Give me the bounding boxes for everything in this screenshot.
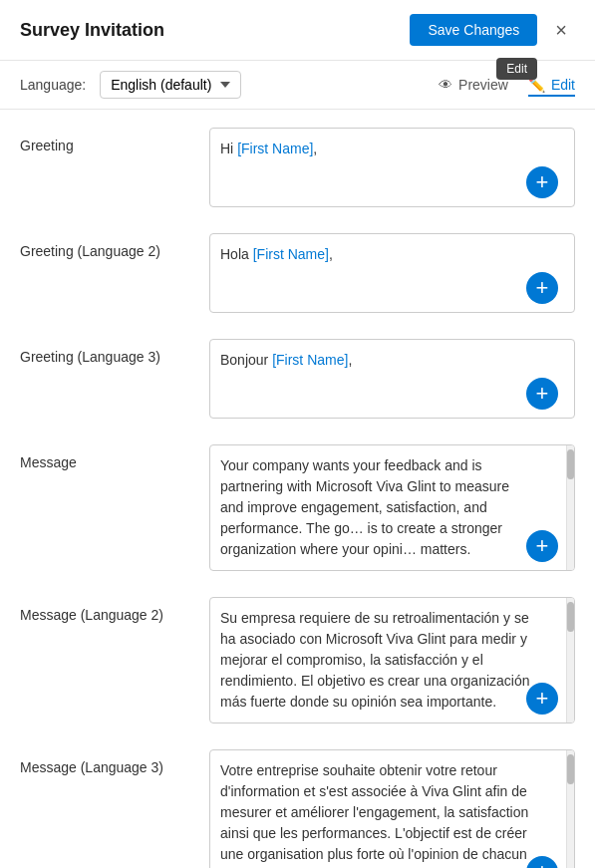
edit-tab-label: Edit: [551, 77, 575, 93]
field-label-greeting: Greeting: [20, 128, 209, 153]
field-row-message: MessageYour company wants your feedback …: [20, 436, 575, 571]
scroll-thumb-message[interactable]: [567, 449, 574, 479]
page-title: Survey Invitation: [20, 20, 164, 41]
field-row-greeting-lang3: Greeting (Language 3)Bonjour [First Name…: [20, 331, 575, 419]
eye-icon: 👁: [439, 77, 452, 93]
scroll-thumb-message-lang2[interactable]: [567, 602, 574, 632]
field-text-greeting-lang2: Hola [First Name],: [210, 234, 574, 275]
field-row-message-lang2: Message (Language 2)Su empresa requiere …: [20, 589, 575, 723]
field-text-greeting-lang3: Bonjour [First Name],: [210, 340, 574, 381]
header-actions: Save Changes × Edit: [410, 14, 575, 46]
field-label-greeting-lang2: Greeting (Language 2): [20, 233, 209, 259]
field-input-message[interactable]: Your company wants your feedback and is …: [209, 444, 575, 571]
scrollbar-message-lang2[interactable]: [566, 598, 574, 723]
content: GreetingHi [First Name],+Greeting (Langu…: [0, 110, 595, 868]
scrollbar-message[interactable]: [566, 445, 574, 570]
field-row-greeting: GreetingHi [First Name],+: [20, 120, 575, 207]
close-button[interactable]: ×: [547, 16, 575, 44]
highlight-greeting-lang2: [First Name]: [253, 246, 329, 262]
field-input-message-lang2[interactable]: Su empresa requiere de su retroalimentac…: [209, 597, 575, 723]
language-label: Language:: [20, 77, 86, 93]
field-label-message-lang2: Message (Language 2): [20, 597, 209, 623]
highlight-greeting-lang3: [First Name]: [272, 352, 348, 368]
save-button[interactable]: Save Changes: [410, 14, 537, 46]
add-button-greeting[interactable]: +: [526, 166, 558, 198]
edit-tooltip: Edit: [496, 58, 537, 80]
field-input-greeting-lang2[interactable]: Hola [First Name],+: [209, 233, 575, 313]
field-row-message-lang3: Message (Language 3)Votre entreprise sou…: [20, 741, 575, 868]
field-text-message-lang3: Votre entreprise souhaite obtenir votre …: [210, 750, 574, 868]
add-button-greeting-lang2[interactable]: +: [526, 272, 558, 304]
header: Survey Invitation Save Changes × Edit: [0, 0, 595, 61]
field-label-message: Message: [20, 444, 209, 470]
add-button-message-lang2[interactable]: +: [526, 683, 558, 715]
scrollbar-message-lang3[interactable]: [566, 750, 574, 868]
field-input-message-lang3[interactable]: Votre entreprise souhaite obtenir votre …: [209, 749, 575, 868]
field-row-greeting-lang2: Greeting (Language 2)Hola [First Name],+: [20, 225, 575, 313]
scroll-thumb-message-lang3[interactable]: [567, 754, 574, 784]
add-button-greeting-lang3[interactable]: +: [526, 378, 558, 410]
language-select[interactable]: English (default): [100, 71, 241, 99]
field-input-greeting[interactable]: Hi [First Name],+: [209, 128, 575, 207]
add-button-message[interactable]: +: [526, 530, 558, 562]
language-row: Language: English (default): [20, 71, 241, 99]
field-label-greeting-lang3: Greeting (Language 3): [20, 339, 209, 365]
field-text-message-lang2: Su empresa requiere de su retroalimentac…: [210, 598, 574, 723]
field-text-message: Your company wants your feedback and is …: [210, 445, 574, 570]
highlight-greeting: [First Name]: [237, 141, 313, 156]
field-text-greeting: Hi [First Name],: [210, 129, 574, 169]
field-input-greeting-lang3[interactable]: Bonjour [First Name],+: [209, 339, 575, 419]
field-label-message-lang3: Message (Language 3): [20, 749, 209, 775]
